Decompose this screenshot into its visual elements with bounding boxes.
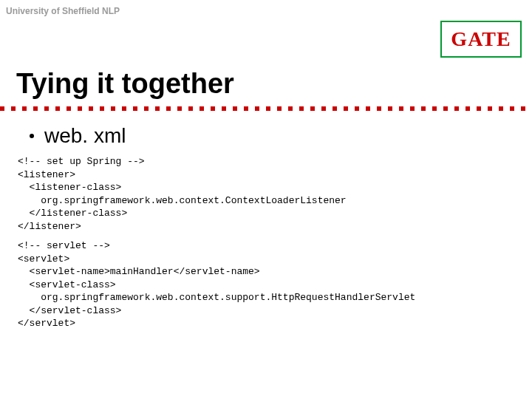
bullet-label: web. xml <box>44 124 126 148</box>
divider <box>0 106 532 111</box>
code-block-servlet: <!-- servlet --> <servlet> <servlet-name… <box>18 239 415 330</box>
bullet-dot-icon <box>30 134 34 138</box>
gate-logo-text: GATE <box>451 27 511 51</box>
slide-title: Tying it together <box>16 68 234 100</box>
bullet-item: web. xml <box>30 124 126 148</box>
code-block-spring: <!-- set up Spring --> <listener> <liste… <box>18 155 347 233</box>
affiliation-label: University of Sheffield NLP <box>6 6 120 16</box>
gate-logo: GATE <box>440 21 522 58</box>
